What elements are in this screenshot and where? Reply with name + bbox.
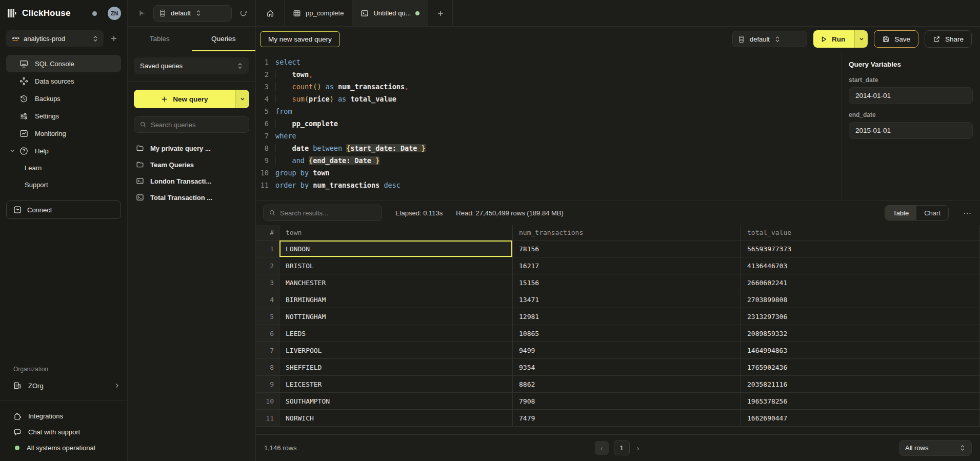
table-cell[interactable]: 2660602241 xyxy=(741,274,980,291)
tab-tables[interactable]: Tables xyxy=(128,27,192,51)
previous-page-button[interactable]: ‹ xyxy=(595,441,609,455)
collapse-sidebar-button[interactable] xyxy=(135,6,149,21)
code-line[interactable]: 7where xyxy=(256,130,841,142)
search-results-input[interactable] xyxy=(280,209,376,217)
run-options-button[interactable] xyxy=(854,30,868,48)
sidebar-item-backups[interactable]: Backups xyxy=(6,90,121,107)
table-cell[interactable]: 2313297306 xyxy=(741,308,980,325)
run-database-select[interactable]: default xyxy=(732,31,807,47)
table-cell[interactable]: 9354 xyxy=(513,359,741,376)
save-button[interactable]: Save xyxy=(874,30,918,48)
column-header[interactable]: # xyxy=(256,225,279,240)
table-cell[interactable]: 15156 xyxy=(513,274,741,291)
code-line[interactable]: 9 and {end_date: Date } xyxy=(256,154,841,167)
query-folder-team-queries[interactable]: Team Queries xyxy=(128,156,255,173)
table-cell[interactable]: 1765902436 xyxy=(741,359,980,376)
query-collection-select[interactable]: Saved queries xyxy=(134,57,249,74)
view-table-button[interactable]: Table xyxy=(885,206,916,220)
code-line[interactable]: 11order by num_transactions desc xyxy=(256,179,841,191)
search-queries-input[interactable] xyxy=(151,121,244,129)
table-cell[interactable]: MANCHESTER xyxy=(279,274,513,291)
sidebar-item-integrations[interactable]: Integrations xyxy=(0,408,127,424)
table-cell[interactable]: BIRMINGHAM xyxy=(279,291,513,308)
database-select[interactable]: default xyxy=(153,5,232,22)
table-cell[interactable]: 78156 xyxy=(513,240,741,257)
table-cell[interactable]: 2035821116 xyxy=(741,376,980,393)
table-cell[interactable]: SHEFFIELD xyxy=(279,359,513,376)
avatar[interactable]: ZN xyxy=(108,7,121,20)
table-cell[interactable]: BRISTOL xyxy=(279,257,513,274)
sidebar-item-data-sources[interactable]: Data sources xyxy=(6,72,121,90)
table-cell[interactable]: 12981 xyxy=(513,308,741,325)
column-header[interactable]: total_value xyxy=(741,225,980,240)
next-page-button[interactable]: › xyxy=(635,444,642,452)
sidebar-item-support[interactable]: Support xyxy=(6,176,121,193)
table-cell[interactable]: LONDON xyxy=(279,240,513,257)
tab-untitled-query[interactable]: Untitled qu... xyxy=(352,0,428,26)
query-item-total-transaction[interactable]: Total Transaction ... xyxy=(128,189,255,206)
table-cell[interactable]: 1662690447 xyxy=(741,410,980,427)
table-cell[interactable]: 13471 xyxy=(513,291,741,308)
code-line[interactable]: 4 sum(price) as total_value xyxy=(256,93,841,105)
chevron-down-icon[interactable] xyxy=(10,148,15,153)
table-cell[interactable]: LEICESTER xyxy=(279,376,513,393)
more-options-icon[interactable]: ⋯ xyxy=(962,208,973,218)
sql-editor[interactable]: 1select2 town,3 count() as num_transacti… xyxy=(256,51,841,200)
code-line[interactable]: 8 date between {start_date: Date } xyxy=(256,142,841,154)
code-line[interactable]: 6 pp_complete xyxy=(256,117,841,130)
column-header[interactable]: num_transactions xyxy=(513,225,741,240)
table-cell[interactable]: 1464994863 xyxy=(741,342,980,359)
query-item-london-transactions[interactable]: London Transacti... xyxy=(128,173,255,189)
table-cell[interactable]: 2089859332 xyxy=(741,325,980,342)
saved-query-tab[interactable]: My new saved query xyxy=(260,31,340,47)
sidebar-item-monitoring[interactable]: Monitoring xyxy=(6,125,121,142)
run-button[interactable]: Run xyxy=(813,30,854,48)
table-cell[interactable]: 9499 xyxy=(513,342,741,359)
sidebar-item-chat-support[interactable]: Chat with support xyxy=(0,424,127,440)
column-header[interactable]: town xyxy=(279,225,513,240)
code-line[interactable]: 1select xyxy=(256,56,841,68)
code-line[interactable]: 5from xyxy=(256,105,841,117)
sidebar-item-learn[interactable]: Learn xyxy=(6,159,121,176)
sidebar-item-system-status[interactable]: All systems operational xyxy=(0,440,127,456)
connect-button[interactable]: Connect xyxy=(6,201,121,219)
table-cell[interactable]: LIVERPOOL xyxy=(279,342,513,359)
table-cell[interactable]: 7479 xyxy=(513,410,741,427)
code-line[interactable]: 10group by town xyxy=(256,167,841,179)
new-query-options-button[interactable] xyxy=(235,90,249,108)
table-cell[interactable]: NORWICH xyxy=(279,410,513,427)
add-workspace-button[interactable] xyxy=(107,31,121,46)
code-line[interactable]: 2 town, xyxy=(256,68,841,81)
table-cell[interactable]: 2703899808 xyxy=(741,291,980,308)
table-cell[interactable]: 1965378256 xyxy=(741,393,980,410)
view-chart-button[interactable]: Chart xyxy=(916,206,948,220)
workspace-select[interactable]: aws analytics-prod xyxy=(6,30,104,47)
page-size-select[interactable]: All rows xyxy=(899,440,972,456)
sidebar-item-sql-console[interactable]: SQL Console xyxy=(6,55,121,72)
table-cell[interactable]: 8862 xyxy=(513,376,741,393)
tab-home[interactable] xyxy=(256,0,285,26)
new-query-button[interactable]: New query xyxy=(134,90,235,108)
current-page-number[interactable]: 1 xyxy=(614,440,630,455)
new-tab-button[interactable] xyxy=(428,0,453,26)
tab-pp-complete[interactable]: pp_complete xyxy=(285,0,352,26)
sidebar-item-help[interactable]: Help xyxy=(6,142,121,159)
query-folder-my-private[interactable]: My private query ... xyxy=(128,140,255,156)
notification-dot-icon[interactable] xyxy=(92,11,97,16)
code-line[interactable]: 3 count() as num_transactions, xyxy=(256,81,841,93)
table-cell[interactable]: 7908 xyxy=(513,393,741,410)
start-date-field[interactable] xyxy=(849,87,973,104)
table-cell[interactable]: SOUTHAMPTON xyxy=(279,393,513,410)
table-cell[interactable]: NOTTINGHAM xyxy=(279,308,513,325)
table-cell[interactable]: 56593977373 xyxy=(741,240,980,257)
end-date-field[interactable] xyxy=(849,122,973,139)
table-cell[interactable]: 10865 xyxy=(513,325,741,342)
table-cell[interactable]: LEEDS xyxy=(279,325,513,342)
table-cell[interactable]: 16217 xyxy=(513,257,741,274)
table-cell[interactable]: 4136446703 xyxy=(741,257,980,274)
tab-queries[interactable]: Queries xyxy=(192,27,256,51)
sidebar-item-settings[interactable]: Settings xyxy=(6,107,121,125)
organization-row[interactable]: ZOrg xyxy=(0,377,127,394)
refresh-icon[interactable] xyxy=(236,6,250,21)
share-button[interactable]: Share xyxy=(925,30,972,48)
